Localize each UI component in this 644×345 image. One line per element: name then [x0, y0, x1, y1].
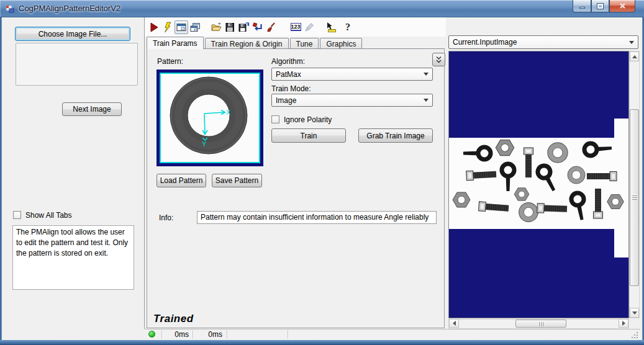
tab-label: Graphics	[326, 40, 356, 48]
total-time-value: 0ms	[196, 330, 222, 339]
double-chevron-down-icon	[435, 55, 443, 64]
horizontal-scrollbar[interactable]	[448, 319, 629, 329]
save-icon[interactable]	[223, 20, 237, 34]
arrow-down-icon	[632, 311, 637, 315]
axis-x-label: X	[226, 109, 231, 116]
horizontal-scroll-thumb[interactable]	[515, 320, 566, 328]
panel-divider	[144, 17, 145, 329]
scroll-right-button[interactable]	[619, 319, 628, 328]
grab-train-image-label: Grab Train Image	[366, 132, 424, 140]
close-button[interactable]	[609, 0, 635, 12]
train-mode-value: Image	[276, 96, 424, 105]
tab-train-region-origin[interactable]: Train Region & Origin	[205, 38, 289, 49]
next-image-button[interactable]: Next Image	[62, 102, 122, 116]
pattern-image-display[interactable]: X Y	[156, 69, 263, 166]
tab-label: Train Params	[153, 39, 197, 48]
maximize-button[interactable]	[591, 0, 609, 12]
input-image-viewport[interactable]	[448, 51, 629, 318]
scroll-left-button[interactable]	[449, 319, 459, 328]
show-all-tabs-checkbox[interactable]	[13, 211, 21, 219]
tab-strip: Train Params Train Region & Origin Tune …	[147, 37, 362, 49]
status-separator	[161, 330, 162, 339]
tab-train-params[interactable]: Train Params	[147, 37, 204, 49]
axis-y-label: Y	[202, 140, 207, 148]
run-time-value: 0ms	[163, 330, 189, 339]
train-mode-label: Train Mode:	[271, 84, 311, 93]
vertical-scrollbar[interactable]	[629, 51, 640, 318]
display-image-value: Current.InputImage	[453, 38, 629, 47]
show-all-tabs-label: Show All Tabs	[25, 211, 72, 220]
measure-pointer-icon[interactable]	[324, 20, 337, 34]
train-mode-dropdown[interactable]: Image	[271, 94, 433, 107]
ignore-polarity-label: Ignore Polarity	[284, 115, 332, 124]
image-file-list-box[interactable]	[16, 43, 138, 86]
title-bar[interactable]: CogPMAlignPatternEditorV2	[0, 0, 644, 17]
train-label: Train	[301, 132, 317, 140]
app-window: CogPMAlignPatternEditorV2 Choose Image F…	[0, 0, 644, 345]
window-border-bottom	[0, 340, 644, 345]
minimize-button[interactable]	[573, 0, 591, 12]
tool-description-box: The PMAlign tool allows the user to edit…	[12, 225, 134, 290]
chevron-down-icon	[424, 73, 429, 76]
save-pattern-button[interactable]: Save Pattern	[212, 174, 262, 187]
minimize-icon	[579, 7, 585, 9]
open-file-icon[interactable]	[209, 20, 223, 34]
next-image-label: Next Image	[73, 105, 111, 114]
help-icon[interactable]: ?	[341, 20, 355, 34]
display-image-dropdown[interactable]: Current.InputImage	[448, 35, 638, 49]
electric-brush-icon[interactable]	[264, 20, 278, 34]
scroll-down-button[interactable]	[630, 308, 639, 318]
grab-train-image-button[interactable]: Grab Train Image	[358, 128, 433, 143]
edit-pen-icon-disabled	[302, 20, 316, 34]
run-tool-icon[interactable]	[147, 20, 161, 34]
arrow-right-icon	[622, 321, 625, 326]
window-title: CogPMAlignPatternEditorV2	[19, 4, 120, 13]
status-separator	[193, 330, 193, 339]
choose-image-file-button[interactable]: Choose Image File...	[15, 27, 130, 41]
save-pattern-label: Save Pattern	[215, 176, 258, 185]
arrow-left-icon	[453, 321, 456, 326]
live-run-lightning-icon[interactable]	[161, 20, 175, 34]
run-params-123-icon[interactable]: 123	[289, 20, 302, 34]
expand-collapse-button[interactable]	[432, 53, 445, 66]
bolts-sample-image	[449, 138, 628, 229]
close-icon	[619, 2, 626, 9]
status-ok-indicator	[148, 331, 155, 338]
pattern-image: X Y	[160, 73, 260, 163]
choose-image-file-label: Choose Image File...	[39, 30, 107, 38]
tab-label: Train Region & Origin	[211, 40, 283, 48]
float-window-icon[interactable]	[188, 20, 202, 34]
status-separator	[227, 330, 227, 339]
save-as-icon[interactable]	[237, 20, 250, 34]
chevron-down-icon	[629, 41, 634, 44]
chevron-down-icon	[424, 99, 429, 102]
reset-icon[interactable]	[250, 20, 264, 34]
train-button[interactable]: Train	[271, 128, 346, 143]
algorithm-label: Algorithm:	[271, 57, 305, 66]
scroll-up-button[interactable]	[630, 52, 639, 61]
ignore-polarity-checkbox[interactable]	[271, 115, 279, 123]
status-separator	[288, 330, 288, 339]
tab-graphics[interactable]: Graphics	[320, 38, 362, 49]
load-pattern-label: Load Pattern	[160, 176, 203, 185]
show-result-window-icon[interactable]	[175, 20, 188, 34]
algorithm-dropdown[interactable]: PatMax	[271, 68, 433, 81]
window-border-left	[0, 17, 2, 340]
trained-status-label: Trained	[153, 313, 194, 325]
tab-tune[interactable]: Tune	[290, 38, 319, 49]
maximize-icon	[597, 4, 603, 9]
info-label: Info:	[159, 213, 173, 222]
arrow-up-icon	[632, 55, 637, 58]
vertical-scroll-thumb[interactable]	[630, 109, 639, 286]
info-message-box: Pattern may contain insufficient informa…	[197, 211, 437, 224]
pattern-label: Pattern:	[157, 57, 183, 66]
toolbar: 123 ?	[145, 17, 446, 37]
tab-label: Tune	[296, 40, 313, 48]
load-pattern-button[interactable]: Load Pattern	[156, 174, 206, 187]
app-icon	[5, 4, 15, 14]
algorithm-value: PatMax	[276, 70, 424, 79]
resize-grip[interactable]	[631, 332, 638, 339]
